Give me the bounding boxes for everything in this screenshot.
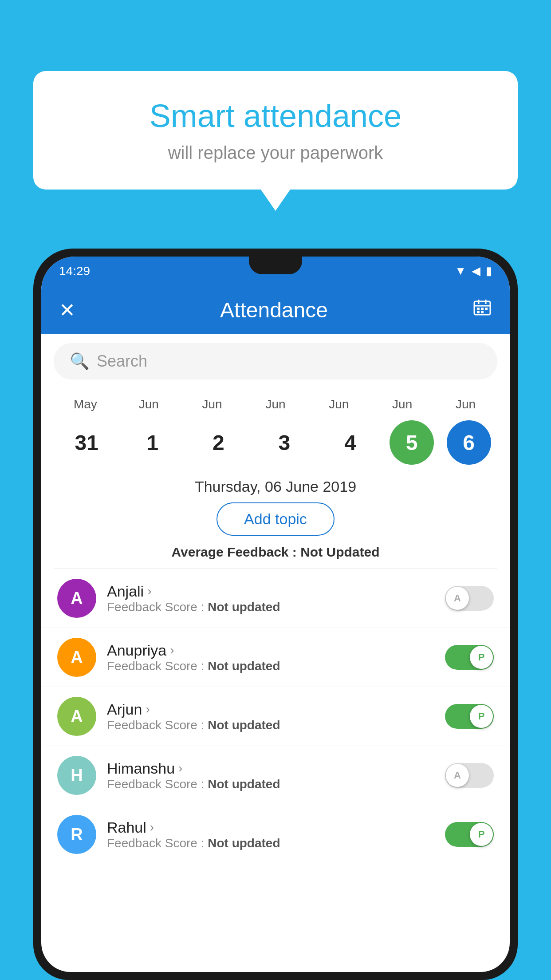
average-feedback: Average Feedback : Not Updated <box>41 545 510 560</box>
chevron-icon-3: › <box>178 761 182 775</box>
student-name-1[interactable]: Anupriya › <box>107 642 434 659</box>
student-row-3[interactable]: H Himanshu › Feedback Score : Not update… <box>41 746 510 805</box>
status-icons: ▼ ◀ ▮ <box>455 264 492 278</box>
status-bar: 14:29 ▼ ◀ ▮ <box>41 257 510 285</box>
student-info-4: Rahul › Feedback Score : Not updated <box>107 819 434 850</box>
svg-rect-7 <box>477 311 480 313</box>
calendar-date-today[interactable]: 5 <box>390 420 434 465</box>
speech-bubble-subtitle: will replace your paperwork <box>69 143 482 163</box>
student-info-1: Anupriya › Feedback Score : Not updated <box>107 642 434 673</box>
calendar-month-5[interactable]: Jun <box>376 397 429 411</box>
search-placeholder: Search <box>97 352 147 371</box>
toggle-thumb-2: P <box>470 705 493 728</box>
attendance-toggle-1[interactable]: P <box>445 645 494 670</box>
svg-rect-4 <box>477 308 480 310</box>
add-topic-button[interactable]: Add topic <box>216 502 335 536</box>
speech-bubble: Smart attendance will replace your paper… <box>33 71 518 190</box>
avg-feedback-label: Average Feedback : <box>171 545 300 559</box>
toggle-switch-3[interactable]: A <box>445 763 494 788</box>
attendance-toggle-4[interactable]: P <box>445 822 494 847</box>
student-avatar-1: A <box>57 638 96 677</box>
svg-rect-5 <box>481 308 484 310</box>
student-row-2[interactable]: A Arjun › Feedback Score : Not updated P <box>41 687 510 746</box>
calendar-months-row: May Jun Jun Jun Jun Jun Jun <box>41 388 510 416</box>
chevron-icon-4: › <box>150 820 154 834</box>
student-name-4[interactable]: Rahul › <box>107 819 434 836</box>
calendar-date-3[interactable]: 3 <box>258 420 311 465</box>
toggle-switch-2[interactable]: P <box>445 704 494 729</box>
app-bar-title: Attendance <box>220 298 328 322</box>
close-button[interactable]: ✕ <box>59 299 75 321</box>
calendar-month-0[interactable]: May <box>59 397 112 411</box>
calendar-month-3[interactable]: Jun <box>249 397 302 411</box>
app-bar: ✕ Attendance <box>41 285 510 334</box>
student-avatar-0: A <box>57 579 96 618</box>
toggle-thumb-3: A <box>446 764 469 787</box>
calendar-date-4[interactable]: 4 <box>324 420 377 465</box>
calendar-date-0[interactable]: 31 <box>60 420 113 465</box>
avg-feedback-value: Not Updated <box>300 545 379 559</box>
chevron-icon-0: › <box>147 584 151 598</box>
student-feedback-1: Feedback Score : Not updated <box>107 659 434 673</box>
calendar-month-2[interactable]: Jun <box>185 397 239 411</box>
student-row-1[interactable]: A Anupriya › Feedback Score : Not update… <box>41 628 510 687</box>
student-name-2[interactable]: Arjun › <box>107 701 434 718</box>
student-info-2: Arjun › Feedback Score : Not updated <box>107 701 434 732</box>
calendar-month-4[interactable]: Jun <box>312 397 366 411</box>
calendar-date-2[interactable]: 2 <box>192 420 245 465</box>
wifi-icon: ▼ <box>455 264 466 278</box>
student-avatar-4: R <box>57 815 96 854</box>
calendar-date-1[interactable]: 1 <box>126 420 179 465</box>
speech-bubble-container: Smart attendance will replace your paper… <box>33 71 518 190</box>
student-name-0[interactable]: Anjali › <box>107 583 434 600</box>
toggle-switch-1[interactable]: P <box>445 645 494 670</box>
student-avatar-3: H <box>57 756 96 795</box>
svg-rect-6 <box>485 308 488 310</box>
signal-icon: ◀ <box>472 264 480 278</box>
student-avatar-2: A <box>57 697 96 736</box>
attendance-toggle-0[interactable]: A <box>445 586 494 611</box>
chevron-icon-1: › <box>170 643 174 657</box>
student-feedback-2: Feedback Score : Not updated <box>107 718 434 732</box>
battery-icon: ▮ <box>486 264 492 278</box>
attendance-toggle-3[interactable]: A <box>445 763 494 788</box>
student-name-3[interactable]: Himanshu › <box>107 760 434 777</box>
student-feedback-3: Feedback Score : Not updated <box>107 777 434 791</box>
toggle-thumb-1: P <box>470 646 493 669</box>
search-bar[interactable]: 🔍 Search <box>54 343 497 379</box>
student-info-0: Anjali › Feedback Score : Not updated <box>107 583 434 614</box>
toggle-thumb-4: P <box>470 823 493 846</box>
toggle-thumb-0: A <box>446 587 469 610</box>
status-time: 14:29 <box>59 264 90 278</box>
toggle-switch-4[interactable]: P <box>445 822 494 847</box>
student-row-0[interactable]: A Anjali › Feedback Score : Not updated … <box>41 569 510 628</box>
calendar-date-selected[interactable]: 6 <box>447 420 491 465</box>
phone-screen: 14:29 ▼ ◀ ▮ ✕ Attendance <box>41 257 510 972</box>
selected-date-label: Thursday, 06 June 2019 <box>41 474 510 502</box>
chevron-icon-2: › <box>146 702 150 716</box>
calendar-month-6[interactable]: Jun <box>439 397 492 411</box>
search-icon: 🔍 <box>70 352 90 371</box>
attendance-toggle-2[interactable]: P <box>445 704 494 729</box>
svg-rect-8 <box>481 311 484 313</box>
calendar-dates-row: 31 1 2 3 4 5 6 <box>41 416 510 474</box>
student-row-4[interactable]: R Rahul › Feedback Score : Not updated P <box>41 805 510 864</box>
students-list: A Anjali › Feedback Score : Not updated … <box>41 569 510 864</box>
toggle-switch-0[interactable]: A <box>445 586 494 611</box>
calendar-button[interactable] <box>472 298 492 322</box>
notch <box>249 257 302 274</box>
student-feedback-4: Feedback Score : Not updated <box>107 836 434 850</box>
phone-frame: 14:29 ▼ ◀ ▮ ✕ Attendance <box>33 249 518 980</box>
student-info-3: Himanshu › Feedback Score : Not updated <box>107 760 434 791</box>
speech-bubble-title: Smart attendance <box>69 98 482 134</box>
student-feedback-0: Feedback Score : Not updated <box>107 600 434 614</box>
calendar-month-1[interactable]: Jun <box>122 397 175 411</box>
